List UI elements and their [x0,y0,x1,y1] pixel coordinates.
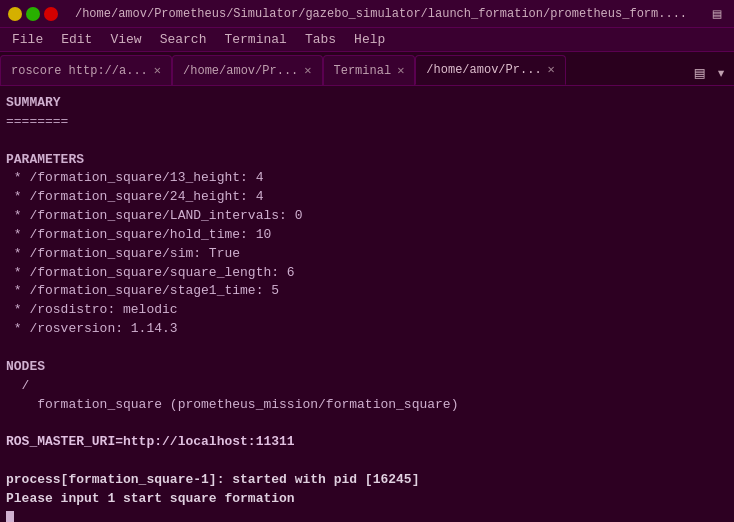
terminal-line: * /formation_square/24_height: 4 [6,188,728,207]
minimize-button[interactable] [8,7,22,21]
terminal-line: ROS_MASTER_URI=http://localhost:11311 [6,433,728,452]
menu-file[interactable]: File [4,30,51,49]
terminal-line: * /formation_square/hold_time: 10 [6,226,728,245]
menu-help[interactable]: Help [346,30,393,49]
tab-home4-close[interactable]: ✕ [548,64,555,76]
scroll-tabs-button[interactable]: ▾ [712,61,730,85]
terminal-content[interactable]: SUMMARY======== PARAMETERS * /formation_… [0,86,734,522]
window-title: /home/amov/Prometheus/Simulator/gazebo_s… [58,7,704,21]
terminal-line: * /formation_square/13_height: 4 [6,169,728,188]
terminal-line: * /formation_square/sim: True [6,245,728,264]
tab-home4-label: /home/amov/Pr... [426,63,541,77]
terminal-line [6,452,728,471]
terminal-line: formation_square (prometheus_mission/for… [6,396,728,415]
tabbar-actions: ▤ ▾ [691,61,734,85]
terminal-line: / [6,377,728,396]
terminal-line: * /rosversion: 1.14.3 [6,320,728,339]
terminal-line: * /formation_square/stage1_time: 5 [6,282,728,301]
terminal-line: SUMMARY [6,94,728,113]
menubar: File Edit View Search Terminal Tabs Help [0,28,734,52]
tab-home2-close[interactable]: ✕ [304,65,311,77]
menu-edit[interactable]: Edit [53,30,100,49]
tab-home2[interactable]: /home/amov/Pr... ✕ [172,55,322,85]
terminal-line [6,414,728,433]
tab-terminal[interactable]: Terminal ✕ [323,55,416,85]
tab-roscore-close[interactable]: ✕ [154,65,161,77]
terminal-line: process[formation_square-1]: started wit… [6,471,728,490]
tab-home4[interactable]: /home/amov/Pr... ✕ [415,55,565,85]
menu-terminal[interactable]: Terminal [216,30,294,49]
tab-home2-label: /home/amov/Pr... [183,64,298,78]
tab-roscore-label: roscore http://a... [11,64,148,78]
terminal-line: * /formation_square/LAND_intervals: 0 [6,207,728,226]
tab-roscore[interactable]: roscore http://a... ✕ [0,55,172,85]
tab-terminal-close[interactable]: ✕ [397,65,404,77]
titlebar: /home/amov/Prometheus/Simulator/gazebo_s… [0,0,734,28]
terminal-line: * /formation_square/square_length: 6 [6,264,728,283]
new-tab-button[interactable]: ▤ [691,61,709,85]
terminal-line [6,339,728,358]
cursor [6,511,14,522]
terminal-line: Please input 1 start square formation [6,490,728,509]
menu-view[interactable]: View [102,30,149,49]
terminal-line: PARAMETERS [6,151,728,170]
menu-search[interactable]: Search [152,30,215,49]
terminal-line: NODES [6,358,728,377]
terminal-line: * /rosdistro: melodic [6,301,728,320]
menu-tabs[interactable]: Tabs [297,30,344,49]
tabbar: roscore http://a... ✕ /home/amov/Pr... ✕… [0,52,734,86]
close-button[interactable] [44,7,58,21]
terminal-line [6,132,728,151]
maximize-button[interactable] [26,7,40,21]
terminal-icon: ▤ [708,5,726,23]
terminal-line: ======== [6,113,728,132]
window-controls[interactable] [8,7,58,21]
tab-terminal-label: Terminal [334,64,392,78]
